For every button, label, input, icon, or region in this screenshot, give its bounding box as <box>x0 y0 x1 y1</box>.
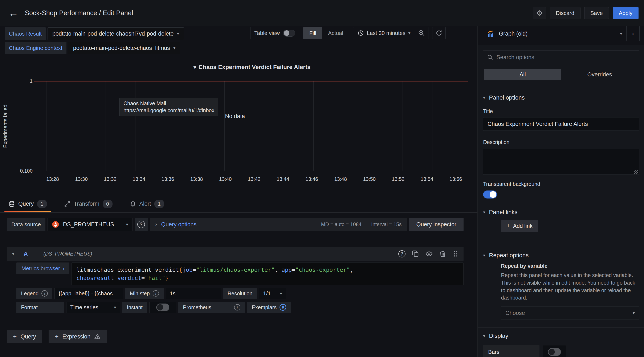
section-title: Display <box>489 332 508 339</box>
remove-query-button[interactable] <box>439 250 446 257</box>
time-range-label: Last 30 minutes <box>367 30 406 37</box>
tooltip-url[interactable]: https://mail.google.com/mail/u/1/#inbox <box>124 107 214 114</box>
disable-query-button[interactable] <box>425 250 433 258</box>
collapse-options-button[interactable]: › <box>626 26 639 41</box>
editor-tabs: Query 1 Transform 0 Alert 1 <box>0 195 478 213</box>
x-axis-ticks: 13:2813:3013:3213:3413:3613:3813:4013:42… <box>46 176 462 182</box>
add-query-button[interactable]: + Query <box>7 330 42 343</box>
x-axis-tick: 13:36 <box>162 176 174 182</box>
apply-button[interactable]: Apply <box>613 7 638 19</box>
promql-token: , <box>350 266 353 273</box>
format-select[interactable]: Time series ▾ <box>66 302 120 313</box>
refresh-icon <box>436 30 442 37</box>
help-button[interactable]: ? <box>398 250 406 257</box>
instant-toggle[interactable] <box>149 302 176 313</box>
query-row-header[interactable]: ▾ A (DS_PROMETHEUS) ? <box>7 247 464 261</box>
collapse-chevron-icon[interactable]: ▾ <box>12 251 14 256</box>
tab-query[interactable]: Query 1 <box>7 195 48 212</box>
repeat-variable-select[interactable]: Choose ▾ <box>501 306 639 320</box>
chevron-down-icon: ▾ <box>114 305 116 310</box>
alert-threshold-line <box>34 81 468 82</box>
clock-icon <box>358 30 364 36</box>
tab-label: Alert <box>140 201 151 207</box>
metrics-browser-button[interactable]: Metrics browser › <box>16 262 70 274</box>
variable-value-dropdown[interactable]: podtato-main-pod-delete-chaos_litmus ▾ <box>68 42 180 54</box>
fill-option[interactable]: Fill <box>303 27 322 39</box>
panel-options-heading[interactable]: ▾ Panel options <box>483 94 639 101</box>
table-view-control: Table view <box>250 27 299 39</box>
data-source-picker[interactable]: DS_PROMETHEUS ▾ <box>48 218 132 231</box>
query-toolbar: Data source DS_PROMETHEUS ▾ ? › Query op… <box>7 218 464 231</box>
grid-line <box>402 81 403 171</box>
tab-alert[interactable]: Alert 1 <box>128 195 166 212</box>
plus-icon: + <box>55 333 59 340</box>
promql-expression-input[interactable]: litmuschaos_experiment_verdict{job="litm… <box>72 262 464 285</box>
visualization-select[interactable]: Graph (old) ▾ <box>483 26 626 41</box>
add-expression-button[interactable]: + Expression <box>48 330 107 343</box>
plus-icon: + <box>13 333 17 340</box>
repeat-options-body: Repeat by variable Repeat this panel for… <box>491 259 639 325</box>
section-divider <box>478 248 644 248</box>
legend-format-input[interactable] <box>54 288 123 299</box>
display-heading[interactable]: ▾ Display <box>483 332 639 339</box>
add-query-label: Query <box>20 333 36 340</box>
drag-handle-icon <box>452 250 458 257</box>
promql-token: "litmus/chaos-exporter" <box>196 266 275 273</box>
format-label: Format <box>21 304 38 310</box>
bars-toggle[interactable] <box>543 345 566 357</box>
visualization-name: Graph (old) <box>499 31 528 37</box>
max-data-points: MD = auto = 1084 <box>321 221 362 227</box>
refresh-button[interactable] <box>432 27 446 39</box>
back-arrow-icon[interactable]: ← <box>8 8 18 18</box>
panel-header[interactable]: ♥Chaos Experiment Verdict Failure Alerts <box>36 64 468 71</box>
query-inspector-button[interactable]: Query inspector <box>409 218 464 231</box>
data-source-help-button[interactable]: ? <box>134 218 148 231</box>
variable-value-dropdown[interactable]: podtato-main-pod-delete-chaosnl7vd-pod-d… <box>48 27 184 40</box>
promql-token: app <box>282 266 292 273</box>
add-link-button[interactable]: + Add link <box>501 220 538 232</box>
table-view-toggle[interactable] <box>283 30 295 37</box>
promql-token: = <box>193 266 196 273</box>
time-range-button[interactable]: Last 30 minutes ▾ <box>353 27 415 39</box>
save-button[interactable]: Save <box>584 7 609 19</box>
angle-right-icon: › <box>155 221 157 227</box>
tab-count-badge: 0 <box>103 200 112 208</box>
filter-tab-overrides[interactable]: Overrides <box>561 69 638 80</box>
bars-label: Bars <box>483 345 540 357</box>
exemplars-chip[interactable]: Exemplars <box>247 302 291 313</box>
interval-value: Interval = 15s <box>371 221 402 227</box>
zoom-out-button[interactable] <box>415 27 428 39</box>
panel-settings-button[interactable]: ⚙ <box>533 7 546 19</box>
transparent-bg-toggle[interactable] <box>483 190 497 198</box>
query-options-toggle[interactable]: Query options <box>161 221 196 228</box>
zoom-out-icon <box>418 30 425 37</box>
x-axis-tick: 13:54 <box>421 176 433 182</box>
discard-button[interactable]: Discard <box>550 7 580 19</box>
chevron-down-icon: ▾ <box>620 31 622 36</box>
time-range-picker: Last 30 minutes ▾ <box>353 27 428 39</box>
database-icon <box>8 201 15 207</box>
graph-plot-area[interactable] <box>34 81 468 171</box>
resize-handle[interactable] <box>634 170 638 174</box>
bell-icon <box>130 201 136 207</box>
section-title: Panel links <box>489 209 518 216</box>
tab-transform[interactable]: Transform 0 <box>63 195 114 212</box>
resolution-select[interactable]: 1/1 ▾ <box>259 288 286 299</box>
tooltip-title: Chaos Native Mail <box>124 100 214 107</box>
filter-tab-all[interactable]: All <box>484 69 561 80</box>
instant-label: Instant <box>127 304 142 310</box>
panel-links-heading[interactable]: ▾ Panel links <box>483 209 639 216</box>
drag-handle[interactable] <box>452 250 458 257</box>
actual-option[interactable]: Actual <box>322 27 349 39</box>
query-row-datasource: (DS_PROMETHEUS) <box>43 251 92 257</box>
exemplars-icon <box>280 304 286 311</box>
min-step-input[interactable] <box>166 288 221 299</box>
panel-description-textarea[interactable] <box>483 149 639 175</box>
repeat-options-heading[interactable]: ▾ Repeat options <box>483 252 639 259</box>
options-search-input[interactable] <box>496 54 635 61</box>
duplicate-query-button[interactable] <box>412 250 419 257</box>
toggle-track <box>156 303 169 311</box>
panel-title-input[interactable] <box>483 117 639 131</box>
section-title: Panel options <box>489 94 525 101</box>
options-pane: All Overrides ▾ Panel options Title Desc… <box>478 45 644 357</box>
